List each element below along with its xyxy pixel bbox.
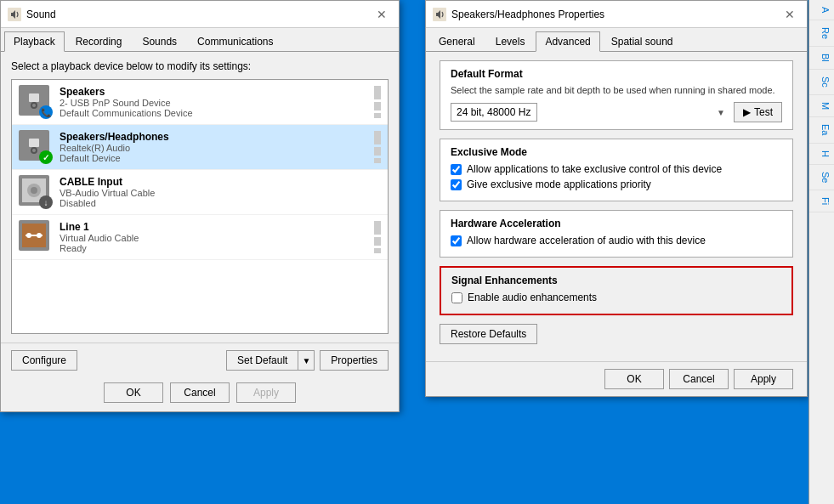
tab-sounds[interactable]: Sounds [133, 31, 186, 51]
sound-ok-button[interactable]: OK [104, 382, 163, 403]
exclusive-check2-label: Give exclusive mode applications priorit… [467, 178, 651, 190]
hw-check1-row: Allow hardware acceleration of audio wit… [451, 235, 782, 246]
cable-sub2: Disabled [60, 198, 381, 208]
sound-dialog: Sound ✕ Playback Recording Sounds Commun… [0, 0, 400, 412]
signal-title: Signal Enhancements [451, 275, 781, 286]
bar2 [374, 147, 381, 156]
sound-cancel-button[interactable]: Cancel [170, 382, 230, 403]
hw-check1[interactable] [451, 235, 462, 246]
format-select-wrapper: 24 bit, 48000 Hz 16 bit, 44100 Hz 16 bit… [451, 103, 729, 122]
cable-name: CABLE Input [60, 176, 381, 188]
line1-bars [374, 221, 381, 253]
device-icon-line1 [19, 220, 49, 251]
tab-general[interactable]: General [429, 31, 485, 51]
device-icon-speakers-wrapper: 📞 [19, 85, 53, 119]
properties-dialog: Speakers/Headphones Properties ✕ General… [425, 0, 808, 397]
speakers-sub2: Default Communications Device [60, 108, 367, 118]
hw-acceleration-section: Hardware Acceleration Allow hardware acc… [440, 210, 793, 258]
sh-name: Speakers/Headphones [60, 131, 367, 143]
format-select[interactable]: 24 bit, 48000 Hz 16 bit, 44100 Hz 16 bit… [451, 103, 537, 122]
configure-button[interactable]: Configure [11, 350, 77, 371]
props-apply-button[interactable]: Apply [734, 369, 793, 389]
right-panel-item-h: H [809, 144, 834, 165]
set-default-dropdown[interactable]: ▼ [298, 350, 315, 371]
props-cancel-button[interactable]: Cancel [669, 369, 729, 389]
sh-bars [374, 131, 381, 163]
tab-communications[interactable]: Communications [188, 31, 282, 51]
set-default-group: Set Default ▼ [226, 350, 315, 371]
bar2 [374, 102, 381, 110]
signal-check1-row: Enable audio enhancements [451, 292, 781, 303]
device-item-speakers-headphones[interactable]: ✓ Speakers/Headphones Realtek(R) Audio D… [12, 125, 388, 170]
sound-dialog-bottom: Configure Set Default ▼ Properties [1, 343, 399, 377]
svg-point-15 [26, 233, 31, 238]
signal-enhancements-section: Signal Enhancements Enable audio enhance… [440, 266, 793, 315]
bar3 [374, 113, 381, 118]
device-list[interactable]: 📞 Speakers 2- USB PnP Sound Device Defau… [11, 79, 389, 334]
svg-point-12 [31, 187, 37, 194]
device-info-cable: CABLE Input VB-Audio Virtual Cable Disab… [60, 176, 381, 208]
bar3 [374, 158, 381, 163]
tab-levels[interactable]: Levels [486, 31, 535, 51]
right-panel-item-ea: Ea [809, 117, 834, 143]
device-info-sh: Speakers/Headphones Realtek(R) Audio Def… [60, 131, 367, 163]
restore-defaults-button[interactable]: Restore Defaults [440, 324, 537, 344]
device-item-cable[interactable]: ↓ CABLE Input VB-Audio Virtual Cable Dis… [12, 170, 388, 215]
sound-close-button[interactable]: ✕ [372, 4, 392, 25]
line1-svg [22, 224, 46, 247]
tab-spatial[interactable]: Spatial sound [602, 31, 683, 51]
props-ok-button[interactable]: OK [604, 369, 664, 389]
props-titlebar: Speakers/Headphones Properties ✕ [426, 1, 807, 28]
hw-check1-label: Allow hardware acceleration of audio wit… [467, 235, 706, 246]
sound-app-icon [8, 8, 21, 21]
device-item-line1[interactable]: Line 1 Virtual Audio Cable Ready [12, 215, 388, 260]
tab-playback[interactable]: Playback [4, 31, 65, 52]
right-panel-item-bl: Bl [809, 47, 834, 70]
sound-dialog-title: Sound [26, 8, 56, 20]
default-format-desc: Select the sample rate and bit depth to … [451, 85, 782, 95]
set-default-button[interactable]: Set Default [226, 350, 298, 371]
speakers-name: Speakers [60, 86, 367, 98]
format-row: 24 bit, 48000 Hz 16 bit, 44100 Hz 16 bit… [451, 102, 782, 122]
format-select-arrow: ▼ [717, 108, 725, 117]
svg-rect-7 [29, 139, 39, 147]
line1-sub1: Virtual Audio Cable [60, 233, 367, 243]
bar2 [374, 237, 381, 246]
device-icon-sh-wrapper: ✓ [19, 130, 53, 164]
sound-titlebar: Sound ✕ [1, 1, 399, 28]
props-app-icon [433, 8, 446, 21]
device-icon-line1-wrapper [19, 220, 53, 254]
properties-button[interactable]: Properties [320, 350, 389, 371]
tab-advanced[interactable]: Advanced [536, 31, 599, 52]
device-info-speakers: Speakers 2- USB PnP Sound Device Default… [60, 86, 367, 118]
speakers-badge: 📞 [39, 105, 53, 119]
bar1 [374, 86, 381, 99]
playback-instruction: Select a playback device below to modify… [11, 60, 389, 72]
speakers-bars [374, 86, 381, 118]
test-button[interactable]: ▶ Test [734, 102, 782, 122]
svg-point-9 [32, 149, 36, 152]
right-panel-item-se: Se [809, 165, 834, 190]
svg-point-5 [32, 104, 36, 107]
right-panel: A Re Bl Sc M Ea H Se Fi [808, 0, 834, 504]
props-close-button[interactable]: ✕ [780, 4, 800, 25]
sh-sub2: Default Device [60, 153, 367, 163]
exclusive-check2[interactable] [451, 179, 462, 190]
device-info-line1: Line 1 Virtual Audio Cable Ready [60, 221, 367, 253]
sh-sub1: Realtek(R) Audio [60, 143, 367, 153]
bar1 [374, 131, 381, 144]
right-panel-item-fi: Fi [809, 190, 834, 212]
exclusive-check1[interactable] [451, 164, 462, 175]
sound-dialog-content: Select a playback device below to modify… [1, 52, 399, 343]
device-item-speakers[interactable]: 📞 Speakers 2- USB PnP Sound Device Defau… [12, 80, 388, 125]
bar3 [374, 248, 381, 253]
line1-sub2: Ready [60, 243, 367, 253]
sound-title-group: Sound [8, 8, 56, 21]
test-play-icon: ▶ [743, 106, 751, 118]
right-panel-item-re: Re [809, 20, 834, 47]
sound-apply-button[interactable]: Apply [236, 382, 296, 403]
signal-check1[interactable] [451, 292, 462, 303]
tab-recording[interactable]: Recording [66, 31, 132, 51]
sound-tab-bar: Playback Recording Sounds Communications [1, 28, 399, 52]
right-panel-item-a: A [809, 0, 834, 20]
